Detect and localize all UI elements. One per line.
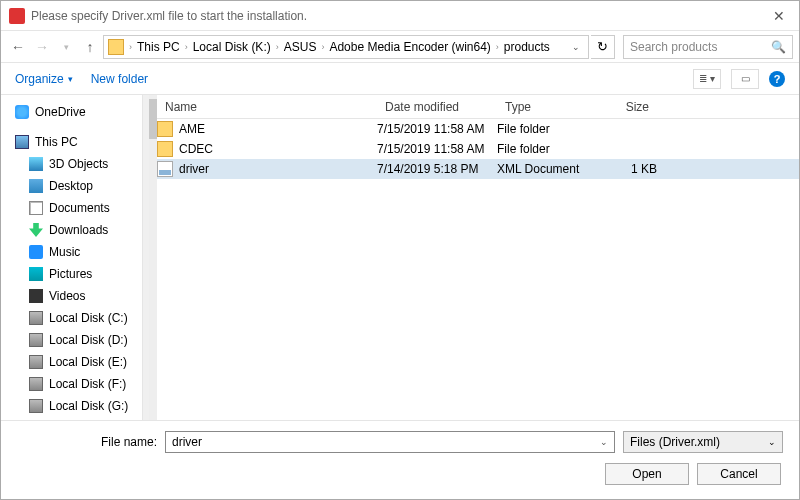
nav-bar: ← → ▾ ↑ › This PC › Local Disk (K:) › AS… (1, 31, 799, 63)
tree-item[interactable]: 3D Objects (1, 153, 142, 175)
col-type[interactable]: Type (497, 100, 597, 114)
breadcrumb[interactable]: Adobe Media Encoder (win64) (325, 40, 494, 54)
dialog-footer: File name: driver ⌄ Files (Driver.xml) ⌄… (1, 420, 799, 499)
tree-label: Local Disk (G:) (49, 399, 128, 413)
file-date: 7/15/2019 11:58 AM (377, 142, 497, 156)
filename-label: File name: (17, 435, 157, 449)
folder-icon (157, 121, 173, 137)
tree-item[interactable]: Downloads (1, 219, 142, 241)
file-row[interactable]: AME7/15/2019 11:58 AMFile folder (157, 119, 799, 139)
file-date: 7/14/2019 5:18 PM (377, 162, 497, 176)
tree-item[interactable]: Desktop (1, 175, 142, 197)
preview-pane-button[interactable]: ▭ (731, 69, 759, 89)
help-button[interactable]: ? (769, 71, 785, 87)
col-name[interactable]: Name (157, 100, 377, 114)
tree-label: Music (49, 245, 80, 259)
tree-label: Documents (49, 201, 110, 215)
address-dropdown[interactable]: ⌄ (568, 42, 584, 52)
filename-value: driver (172, 435, 202, 449)
search-icon: 🔍 (771, 40, 786, 54)
nav-tree[interactable]: OneDrive This PC 3D ObjectsDesktopDocume… (1, 95, 143, 420)
file-row[interactable]: driver7/14/2019 5:18 PMXML Document1 KB (157, 159, 799, 179)
tree-label: Local Disk (F:) (49, 377, 126, 391)
tree-item[interactable]: Local Disk (E:) (1, 351, 142, 373)
folder-icon (157, 141, 173, 157)
file-pane: Name Date modified Type Size AME7/15/201… (149, 95, 799, 420)
ico-downloads-icon (29, 223, 43, 237)
file-row[interactable]: CDEC7/15/2019 11:58 AMFile folder (157, 139, 799, 159)
toolbar: Organize ▾ New folder ≣ ▾ ▭ ? (1, 63, 799, 95)
tree-label: 3D Objects (49, 157, 108, 171)
col-size[interactable]: Size (597, 100, 657, 114)
filename-dropdown-icon[interactable]: ⌄ (600, 437, 608, 447)
up-button[interactable]: ↑ (79, 36, 101, 58)
file-type: File folder (497, 142, 597, 156)
tree-label: Pictures (49, 267, 92, 281)
file-name: AME (179, 122, 205, 136)
ico-pictures-icon (29, 267, 43, 281)
back-button[interactable]: ← (7, 36, 29, 58)
tree-item[interactable]: Local Disk (D:) (1, 329, 142, 351)
ico-3d-icon (29, 157, 43, 171)
tree-item[interactable]: Documents (1, 197, 142, 219)
cancel-button[interactable]: Cancel (697, 463, 781, 485)
file-name: CDEC (179, 142, 213, 156)
file-type-filter[interactable]: Files (Driver.xml) ⌄ (623, 431, 783, 453)
filename-input[interactable]: driver ⌄ (165, 431, 615, 453)
chevron-down-icon: ⌄ (768, 437, 776, 447)
breadcrumb[interactable]: ASUS (280, 40, 321, 54)
close-button[interactable]: ✕ (767, 8, 791, 24)
ico-desktop-icon (29, 179, 43, 193)
file-list: Name Date modified Type Size AME7/15/201… (157, 95, 799, 420)
view-options-button[interactable]: ≣ ▾ (693, 69, 721, 89)
organize-label: Organize (15, 72, 64, 86)
tree-thispc[interactable]: This PC (1, 131, 142, 153)
ico-disk-icon (29, 333, 43, 347)
dialog-body: OneDrive This PC 3D ObjectsDesktopDocume… (1, 95, 799, 420)
tree-item[interactable]: Local Disk (F:) (1, 373, 142, 395)
tree-item[interactable]: Pictures (1, 263, 142, 285)
ico-disk-icon (29, 399, 43, 413)
open-button[interactable]: Open (605, 463, 689, 485)
file-size: 1 KB (597, 162, 657, 176)
file-type: XML Document (497, 162, 597, 176)
titlebar: Please specify Driver.xml file to start … (1, 1, 799, 31)
search-input[interactable]: Search products 🔍 (623, 35, 793, 59)
app-icon (9, 8, 25, 24)
content-scrollbar[interactable] (149, 95, 157, 420)
tree-label: Desktop (49, 179, 93, 193)
tree-label: Local Disk (D:) (49, 333, 128, 347)
breadcrumb[interactable]: This PC (133, 40, 184, 54)
tree-label: Local Disk (E:) (49, 355, 127, 369)
organize-menu[interactable]: Organize ▾ (15, 72, 73, 86)
tree-item[interactable]: Music (1, 241, 142, 263)
tree-label: This PC (35, 135, 78, 149)
ico-disk-icon (29, 355, 43, 369)
file-open-dialog: Please specify Driver.xml file to start … (0, 0, 800, 500)
ico-docs-icon (29, 201, 43, 215)
tree-label: Local Disk (C:) (49, 311, 128, 325)
tree-onedrive[interactable]: OneDrive (1, 101, 142, 123)
tree-item[interactable]: Local Disk (C:) (1, 307, 142, 329)
xml-icon (157, 161, 173, 177)
forward-button[interactable]: → (31, 36, 53, 58)
breadcrumb[interactable]: products (500, 40, 554, 54)
filter-label: Files (Driver.xml) (630, 435, 720, 449)
new-folder-button[interactable]: New folder (91, 72, 148, 86)
search-placeholder: Search products (630, 40, 717, 54)
ico-disk-icon (29, 311, 43, 325)
tree-item[interactable]: Videos (1, 285, 142, 307)
refresh-button[interactable]: ↻ (591, 35, 615, 59)
chevron-down-icon: ▾ (68, 74, 73, 84)
col-date[interactable]: Date modified (377, 100, 497, 114)
recent-locations-button[interactable]: ▾ (55, 36, 77, 58)
column-headers: Name Date modified Type Size (157, 95, 799, 119)
tree-label: Videos (49, 289, 85, 303)
address-bar[interactable]: › This PC › Local Disk (K:) › ASUS › Ado… (103, 35, 589, 59)
ico-music-icon (29, 245, 43, 259)
onedrive-icon (15, 105, 29, 119)
thispc-icon (15, 135, 29, 149)
breadcrumb[interactable]: Local Disk (K:) (189, 40, 275, 54)
ico-videos-icon (29, 289, 43, 303)
tree-item[interactable]: Local Disk (G:) (1, 395, 142, 417)
